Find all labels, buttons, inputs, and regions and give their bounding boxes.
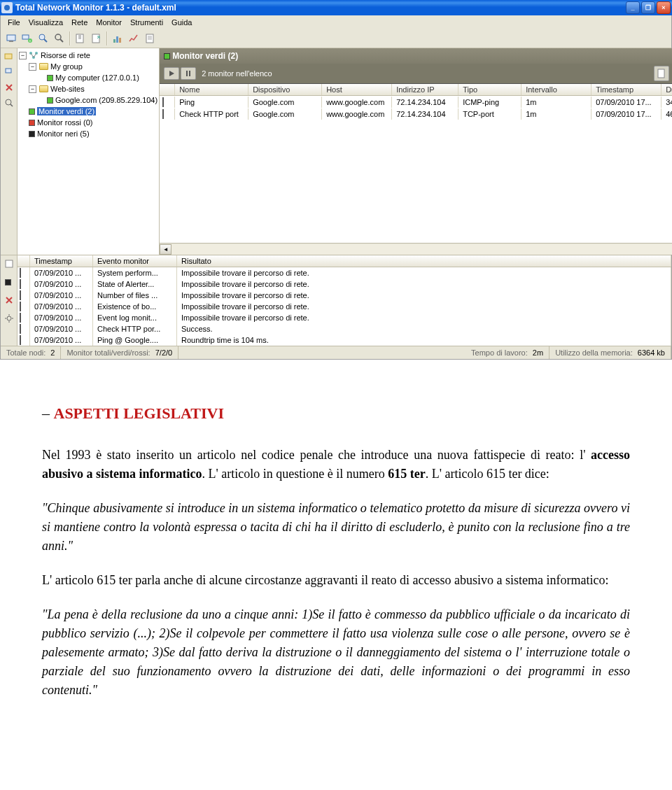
status-green-icon <box>162 97 164 107</box>
tree-host-label: Google.com (209.85.229.104) <box>55 96 158 104</box>
settings-icon[interactable] <box>2 311 16 325</box>
add-host-icon[interactable] <box>2 65 16 79</box>
tree-group[interactable]: − My group <box>19 61 158 72</box>
export-icon[interactable] <box>89 31 104 46</box>
menu-bar: File Visualizza Rete Monitor Strumenti G… <box>1 15 671 29</box>
event-row[interactable]: 07/09/2010 ...System perform...Impossibi… <box>18 267 671 278</box>
log-icon[interactable] <box>142 31 158 46</box>
tree-filter-black[interactable]: Monitor neri (5) <box>19 128 158 139</box>
status-black-icon <box>20 268 21 278</box>
minimize-button[interactable]: _ <box>626 1 640 14</box>
horizontal-scrollbar[interactable]: ◄ ► <box>160 243 672 255</box>
delete-log-icon[interactable] <box>2 293 16 307</box>
sidebar: − Risorse di rete − My group My computer… <box>1 48 160 255</box>
event-row[interactable]: 07/09/2010 ...Number of files ...Impossi… <box>18 290 671 301</box>
event-row[interactable]: 07/09/2010 ...Check HTTP por...Success. <box>18 323 671 334</box>
events-toolbar <box>1 255 18 346</box>
svg-rect-12 <box>113 39 115 43</box>
events-pane: Timestamp Evento monitor Risultato 07/09… <box>1 255 671 346</box>
col-evento[interactable]: Evento monitor <box>93 255 177 267</box>
monitor-table[interactable]: Nome Dispositivo Host Indirizzo IP Tipo … <box>160 84 672 243</box>
status-monitors: Monitor totali/verdi/rossi: 7/2/0 <box>61 346 178 359</box>
log-view-icon[interactable] <box>2 257 16 271</box>
maximize-button[interactable]: ❐ <box>641 1 655 14</box>
import-icon[interactable] <box>73 31 88 46</box>
doc-icon[interactable] <box>654 66 669 81</box>
event-row[interactable]: 07/09/2010 ...Existence of bo...Impossib… <box>18 301 671 312</box>
svg-rect-30 <box>6 260 13 267</box>
doc-heading: ASPETTI LEGISLATIVI <box>42 402 630 425</box>
menu-monitor[interactable]: Monitor <box>92 17 126 28</box>
event-row[interactable]: 07/09/2010 ...Ping @ Google....Roundtrip… <box>18 334 671 346</box>
tree-group-label: Web-sites <box>50 85 85 93</box>
tree-group[interactable]: − Web-sites <box>19 83 158 94</box>
event-row[interactable]: 07/09/2010 ...State of Alerter...Impossi… <box>18 278 671 290</box>
filter-black-icon[interactable] <box>2 275 16 289</box>
group-header: Monitor verdi (2) 2 monitor nell'elenco <box>160 48 672 84</box>
status-bar: Totale nodi: 2 Monitor totali/verdi/ross… <box>1 346 671 359</box>
scan-icon[interactable] <box>2 96 16 110</box>
tree-root[interactable]: − Risorse di rete <box>19 50 158 61</box>
menu-guida[interactable]: Guida <box>167 17 196 28</box>
device-tree[interactable]: − Risorse di rete − My group My computer… <box>18 48 159 255</box>
status-black-icon <box>20 302 21 311</box>
add-monitor-icon[interactable] <box>36 31 51 46</box>
svg-rect-23 <box>186 71 188 76</box>
menu-strumenti[interactable]: Strumenti <box>126 17 167 28</box>
tree-host-label: My computer (127.0.0.1) <box>55 73 139 82</box>
tree-host[interactable]: My computer (127.0.0.1) <box>19 72 158 83</box>
add-device-icon[interactable]: + <box>20 31 35 46</box>
status-black-icon <box>20 290 21 300</box>
tree-host[interactable]: Google.com (209.85.229.104) <box>19 94 158 106</box>
menu-rete[interactable]: Rete <box>67 17 92 28</box>
svg-rect-11 <box>92 34 99 43</box>
svg-rect-15 <box>146 34 153 43</box>
search-icon[interactable] <box>52 31 67 46</box>
col-timestamp[interactable]: Timestamp <box>592 84 662 95</box>
svg-rect-25 <box>658 69 664 78</box>
col-dispositivo[interactable]: Dispositivo <box>248 84 322 95</box>
svg-text:+: + <box>29 38 31 43</box>
event-row[interactable]: 07/09/2010 ...Event log monit...Impossib… <box>18 312 671 323</box>
sidebar-toolbar <box>1 48 18 255</box>
status-green-icon <box>47 97 53 104</box>
col-host[interactable]: Host <box>322 84 392 95</box>
chart-icon[interactable] <box>110 31 125 46</box>
folder-icon <box>38 85 48 93</box>
tree-root-label: Risorse di rete <box>41 51 90 59</box>
status-black-icon <box>29 131 35 137</box>
svg-rect-16 <box>5 54 12 59</box>
svg-line-19 <box>10 104 13 106</box>
col-intervallo[interactable]: Intervallo <box>522 84 592 95</box>
app-icon <box>1 2 13 13</box>
svg-rect-14 <box>119 38 121 43</box>
delete-icon[interactable] <box>2 80 16 94</box>
col-nome[interactable]: Nome <box>175 84 248 95</box>
svg-rect-2 <box>9 41 13 42</box>
col-tipo[interactable]: Tipo <box>458 84 522 95</box>
pause-button[interactable] <box>181 67 196 80</box>
menu-file[interactable]: File <box>4 17 24 28</box>
col-durata[interactable]: Durat. <box>662 84 672 95</box>
main-area: − Risorse di rete − My group My computer… <box>1 48 671 255</box>
add-group-icon[interactable] <box>2 50 16 64</box>
doc-paragraph: L' articolo 615 ter parla anche di alcun… <box>42 571 630 590</box>
tree-filter-green[interactable]: Monitor verdi (2) <box>19 106 158 117</box>
tree-filter-red[interactable]: Monitor rossi (0) <box>19 117 158 128</box>
events-table[interactable]: Timestamp Evento monitor Risultato 07/09… <box>18 255 671 346</box>
stats-icon[interactable] <box>126 31 141 46</box>
close-button[interactable]: × <box>657 1 671 14</box>
menu-visualizza[interactable]: Visualizza <box>24 17 67 28</box>
col-timestamp[interactable]: Timestamp <box>30 255 93 267</box>
col-ip[interactable]: Indirizzo IP <box>392 84 458 95</box>
svg-point-8 <box>55 34 61 40</box>
svg-rect-24 <box>189 71 190 76</box>
monitor-row[interactable]: PingGoogle.comwww.google.com72.14.234.10… <box>160 96 672 108</box>
col-risultato[interactable]: Risultato <box>177 255 671 267</box>
scan-network-icon[interactable] <box>4 31 19 46</box>
scroll-left-icon[interactable]: ◄ <box>160 244 172 255</box>
play-button[interactable] <box>164 67 179 80</box>
status-green-icon <box>20 335 21 345</box>
window-titlebar: Total Network Monitor 1.1.3 - default.xm… <box>0 0 672 15</box>
monitor-row[interactable]: Check HTTP portGoogle.comwww.google.com7… <box>160 108 672 120</box>
